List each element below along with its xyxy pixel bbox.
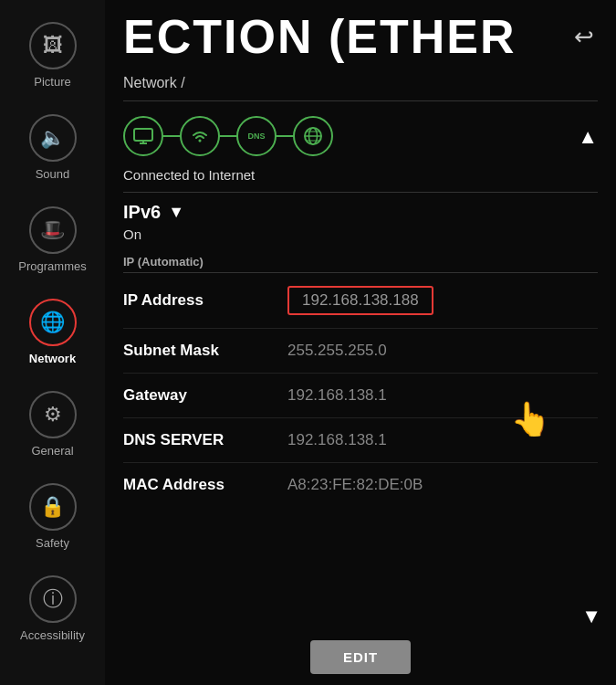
conn-line-1 xyxy=(162,135,182,138)
gateway-value: 192.168.138.1 xyxy=(287,386,387,405)
table-row-ip-address[interactable]: IP Address 192.168.138.188 xyxy=(123,273,598,329)
programmes-icon: 🎩 xyxy=(29,206,77,254)
ip-mode-label: IP (Automatic) xyxy=(105,246,616,272)
sidebar-item-sound[interactable]: 🔈 Sound xyxy=(0,101,105,194)
gateway-label: Gateway xyxy=(123,386,287,405)
scroll-down-button[interactable]: ▼ xyxy=(581,605,601,628)
collapse-button[interactable]: ▲ xyxy=(578,116,598,149)
edit-bar: EDIT xyxy=(105,631,616,685)
ipv6-section: IPv6 ▼ On xyxy=(105,193,616,246)
conn-line-2 xyxy=(218,135,238,138)
subnet-value: 255.255.255.0 xyxy=(287,342,387,360)
conn-icon-globe xyxy=(293,116,333,156)
sidebar-item-accessibility[interactable]: ⓘ Accessibility xyxy=(0,563,105,655)
back-button[interactable]: ↩ xyxy=(574,23,594,51)
sidebar-item-general[interactable]: ⚙ General xyxy=(0,378,105,470)
sidebar-item-programmes[interactable]: 🎩 Programmes xyxy=(0,194,105,286)
network-info-table: IP Address 192.168.138.188 Subnet Mask 2… xyxy=(105,273,616,507)
dns-value: 192.168.138.1 xyxy=(287,431,387,449)
sidebar-label-programmes: Programmes xyxy=(18,259,86,273)
table-row-subnet: Subnet Mask 255.255.255.0 xyxy=(123,329,598,374)
picture-icon: 🖼 xyxy=(29,22,77,69)
connection-status-text: Connected to Internet xyxy=(123,167,333,183)
connection-diagram: DNS Connected to Internet xyxy=(123,116,333,183)
sidebar-label-general: General xyxy=(31,444,73,458)
conn-line-3 xyxy=(275,135,295,138)
sidebar-item-network[interactable]: 🌐 Network xyxy=(0,286,105,378)
title-bar: ECTION (ETHER ↩ xyxy=(105,0,616,69)
dns-text: DNS xyxy=(247,132,265,141)
sidebar-label-accessibility: Accessibility xyxy=(20,628,85,642)
table-row-mac: MAC Address A8:23:FE:82:DE:0B xyxy=(123,463,598,507)
ip-address-value: 192.168.138.188 xyxy=(287,286,433,315)
svg-point-3 xyxy=(199,140,202,142)
sidebar-item-safety[interactable]: 🔒 Safety xyxy=(0,470,105,563)
ip-address-label: IP Address xyxy=(123,291,287,310)
ipv6-chevron-icon[interactable]: ▼ xyxy=(168,203,184,222)
subnet-label: Subnet Mask xyxy=(123,342,287,360)
accessibility-icon: ⓘ xyxy=(29,575,77,623)
conn-icon-dns: DNS xyxy=(236,116,277,156)
conn-icon-monitor xyxy=(123,116,163,156)
general-icon: ⚙ xyxy=(29,391,77,438)
sidebar-label-sound: Sound xyxy=(36,167,70,181)
sidebar-item-picture[interactable]: 🖼 Picture xyxy=(0,9,105,101)
dns-label: DNS SERVER xyxy=(123,431,287,449)
ipv6-row[interactable]: IPv6 ▼ xyxy=(123,202,598,223)
safety-icon: 🔒 xyxy=(29,483,77,531)
connection-icons-row: DNS xyxy=(123,116,333,156)
ipv6-label: IPv6 xyxy=(123,202,161,223)
sidebar-label-safety: Safety xyxy=(36,536,69,550)
conn-icon-wifi xyxy=(180,116,220,156)
sound-icon: 🔈 xyxy=(29,114,77,162)
main-content: ECTION (ETHER ↩ Network / xyxy=(105,0,616,685)
page-title: ECTION (ETHER xyxy=(123,13,516,60)
breadcrumb: Network / xyxy=(105,69,616,100)
network-icon: 🌐 xyxy=(29,299,77,346)
svg-rect-0 xyxy=(134,129,152,141)
hand-cursor-icon: 👆 xyxy=(510,400,551,437)
sidebar: 🖼 Picture 🔈 Sound 🎩 Programmes 🌐 Network… xyxy=(0,0,105,685)
connection-section: DNS Connected to Internet xyxy=(105,101,616,192)
cursor-indicator: 👆 xyxy=(510,400,543,440)
mac-value: A8:23:FE:82:DE:0B xyxy=(287,476,423,494)
edit-button[interactable]: EDIT xyxy=(310,640,411,674)
sidebar-label-network: Network xyxy=(29,352,76,365)
ipv6-state: On xyxy=(123,227,598,242)
mac-label: MAC Address xyxy=(123,476,287,494)
sidebar-label-picture: Picture xyxy=(34,75,70,89)
